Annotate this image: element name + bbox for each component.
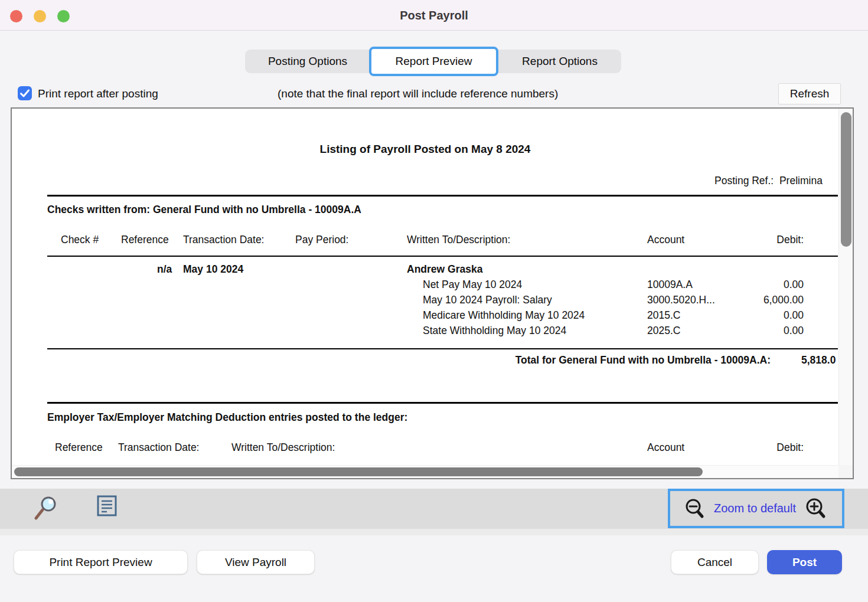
magnifier-tool-icon[interactable] — [32, 495, 60, 522]
posting-ref-line: Posting Ref.: Prelimina — [714, 175, 823, 187]
col-header-debit: Debit: — [697, 234, 804, 246]
post-button[interactable]: Post — [767, 550, 842, 574]
zoom-in-icon[interactable] — [804, 497, 828, 521]
col-header-reference: Reference — [121, 234, 169, 246]
zoom-out-icon[interactable] — [684, 498, 706, 519]
horizontal-scrollbar-track — [12, 465, 838, 478]
document-view-icon[interactable] — [96, 495, 118, 516]
entry-line-debit: 0.00 — [697, 279, 804, 291]
entry-line-debit: 0.00 — [697, 309, 804, 322]
print-report-preview-button[interactable]: Print Report Preview — [14, 550, 188, 574]
col-header-written-to: Written To/Description: — [231, 441, 335, 454]
col-header-account: Account — [647, 441, 684, 454]
posting-ref-label: Posting Ref.: — [714, 175, 774, 187]
col-header-account: Account — [647, 234, 684, 246]
title-bar: Post Payroll — [0, 0, 868, 31]
report-note-text: (note that the final report will include… — [278, 86, 558, 100]
col-header-reference: Reference — [55, 441, 103, 454]
divider-rule — [47, 256, 838, 257]
vertical-scrollbar-track — [838, 109, 853, 465]
entry-line-debit: 6,000.00 — [697, 294, 804, 306]
entry-written-to: Andrew Graska — [407, 263, 482, 276]
checks-section-heading: Checks written from: General Fund with n… — [47, 204, 361, 216]
entry-line-account: 2025.C — [647, 325, 680, 337]
print-report-checkbox[interactable] — [18, 86, 32, 100]
col-header-transaction-date: Transaction Date: — [118, 441, 199, 454]
posting-ref-value: Prelimina — [779, 175, 823, 187]
tab-posting-options[interactable]: Posting Options — [245, 50, 370, 73]
col-header-written-to: Written To/Description: — [407, 234, 510, 246]
divider-rule — [47, 195, 838, 197]
scrollbar-corner — [838, 465, 853, 478]
report-preview-frame: Listing of Payroll Posted on May 8 2024 … — [11, 107, 854, 479]
tab-report-preview[interactable]: Report Preview — [369, 47, 498, 76]
cancel-button[interactable]: Cancel — [671, 550, 759, 574]
checkmark-icon — [18, 86, 32, 100]
entry-transaction-date: May 10 2024 — [183, 263, 243, 276]
report-title: Listing of Payroll Posted on May 8 2024 — [12, 143, 838, 156]
refresh-button[interactable]: Refresh — [778, 83, 841, 104]
entry-line-description: Medicare Withholding May 10 2024 — [423, 309, 585, 322]
window-title: Post Payroll — [0, 0, 868, 31]
print-report-checkbox-label[interactable]: Print report after posting — [38, 86, 158, 100]
zoom-control: Zoom to default — [668, 489, 844, 528]
divider-rule — [47, 402, 838, 404]
entry-line-account: 10009A.A — [647, 279, 693, 291]
horizontal-scrollbar-thumb[interactable] — [14, 467, 703, 476]
preview-toolbar: Zoom to default — [0, 489, 868, 529]
entry-line-description: Net Pay May 10 2024 — [423, 279, 522, 291]
zoom-to-default-link[interactable]: Zoom to default — [714, 502, 796, 515]
entry-line-account: 2015.C — [647, 309, 680, 322]
entry-reference: n/a — [157, 263, 172, 276]
col-header-check-num: Check # — [61, 234, 99, 246]
divider-rule — [47, 348, 838, 349]
tab-report-options[interactable]: Report Options — [498, 50, 621, 73]
col-header-pay-period: Pay Period: — [295, 234, 348, 246]
tab-bar: Posting Options Report Preview Report Op… — [245, 50, 621, 73]
report-preview-viewport: Listing of Payroll Posted on May 8 2024 … — [12, 109, 838, 465]
view-payroll-button[interactable]: View Payroll — [197, 550, 315, 574]
toolbar-divider-strip — [0, 529, 868, 535]
entry-line-description: May 10 2024 Payroll: Salary — [423, 294, 552, 306]
vertical-scrollbar-thumb[interactable] — [841, 112, 851, 247]
section-total-value: 5,818.0 — [801, 354, 836, 367]
entry-line-description: State Withholding May 10 2024 — [423, 325, 566, 337]
employer-section-heading: Employer Tax/Employer Matching Deduction… — [47, 411, 407, 424]
col-header-transaction-date: Transaction Date: — [183, 234, 264, 246]
col-header-debit: Debit: — [697, 441, 804, 454]
section-total-label: Total for General Fund with no Umbrella … — [366, 354, 771, 367]
entry-line-debit: 0.00 — [697, 325, 804, 337]
